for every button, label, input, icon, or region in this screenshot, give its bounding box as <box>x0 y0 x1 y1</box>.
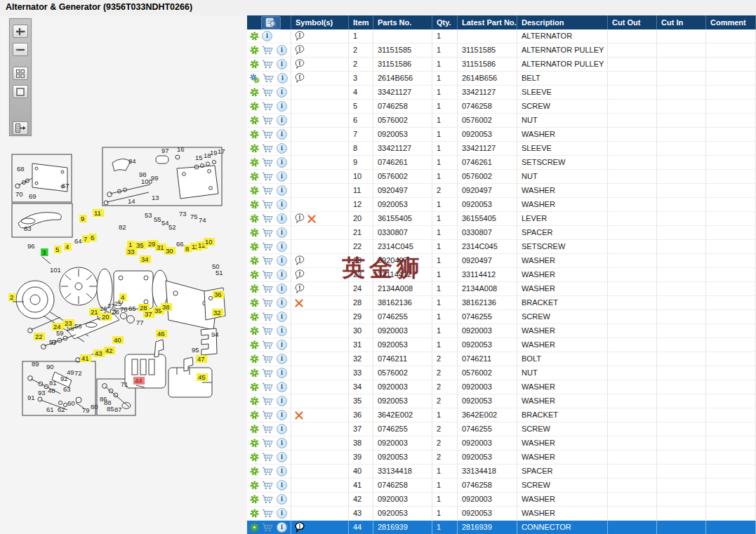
gear-icon[interactable] <box>250 88 259 97</box>
info-icon[interactable]: i <box>277 199 287 210</box>
table-row[interactable]: i12092005310920053WASHER <box>247 198 756 212</box>
gear-icon[interactable] <box>250 32 259 41</box>
table-row[interactable]: i6057600210576002NUT <box>247 114 756 128</box>
info-icon[interactable]: i <box>277 438 287 448</box>
column-header-cut-out[interactable]: Cut Out <box>608 15 657 29</box>
info-icon[interactable]: i <box>277 45 287 55</box>
column-header-item[interactable]: Item <box>349 15 373 29</box>
diagram-label[interactable]: 43 <box>93 349 105 357</box>
gear-icon[interactable] <box>250 312 259 321</box>
column-header-icon[interactable] <box>247 15 291 29</box>
cart-icon[interactable] <box>262 340 274 349</box>
table-row[interactable]: i11092049720920497WASHER <box>247 184 756 198</box>
cart-icon[interactable] <box>262 88 274 97</box>
info-icon[interactable]: i <box>277 396 287 406</box>
cart-icon[interactable] <box>262 116 274 125</box>
cart-icon[interactable] <box>262 284 274 293</box>
cart-icon[interactable] <box>262 453 274 462</box>
gear-icon[interactable] <box>250 382 259 392</box>
gear-icon[interactable] <box>250 298 259 307</box>
diagram-label[interactable]: 10 <box>204 238 215 246</box>
gear-icon[interactable] <box>250 425 259 434</box>
table-row[interactable]: i5074625810746258SCREW <box>247 100 756 114</box>
diagram-label[interactable]: 7 <box>82 235 90 243</box>
info-icon[interactable]: i <box>277 59 287 69</box>
diagram-label[interactable]: 41 <box>80 354 91 362</box>
diagram-label[interactable]: 22 <box>34 333 45 340</box>
diagram-label[interactable]: 47 <box>196 355 207 363</box>
info-icon[interactable]: i <box>277 185 287 196</box>
zoom-in-button[interactable] <box>13 25 28 38</box>
cart-icon[interactable] <box>262 326 274 335</box>
table-row[interactable]: i32074621120746211BOLT <box>247 352 756 366</box>
cart-icon[interactable] <box>262 481 274 490</box>
gear-icon[interactable] <box>250 410 259 420</box>
diagram-label[interactable]: 30 <box>164 247 175 255</box>
gear-icon[interactable] <box>250 396 259 406</box>
diagram-label[interactable]: 9 <box>79 215 87 222</box>
info-icon[interactable]: i <box>277 452 287 462</box>
gear-icon[interactable] <box>250 144 259 153</box>
gear-icon[interactable] <box>250 495 259 504</box>
table-row[interactable]: i!231151585131151585ALTERNATOR PULLEY <box>247 44 756 58</box>
info-icon[interactable]: i <box>277 73 288 84</box>
table-row[interactable]: i!32614B65612614B656BELT <box>247 72 756 86</box>
column-header-parts-no-[interactable]: Parts No. <box>373 15 432 29</box>
cart-icon[interactable] <box>262 396 274 406</box>
diagram-label[interactable]: 4 <box>119 293 127 301</box>
cart-icon[interactable] <box>262 509 274 518</box>
diagram-label[interactable]: 32 <box>212 309 223 316</box>
info-icon[interactable]: i <box>277 382 287 392</box>
table-row[interactable]: i35092005320920053WASHER <box>247 394 756 408</box>
cart-icon[interactable] <box>262 368 274 378</box>
table-row[interactable]: i!2036155405136155405LEVER <box>247 212 756 226</box>
cart-icon[interactable] <box>262 60 274 69</box>
diagram-label[interactable]: 36 <box>213 291 224 298</box>
diagram-label[interactable]: 23 <box>63 319 74 327</box>
cart-icon[interactable] <box>262 439 274 448</box>
gear-icon[interactable] <box>250 467 259 476</box>
info-icon[interactable]: i <box>277 115 287 126</box>
cart-icon[interactable] <box>262 158 274 167</box>
cart-icon[interactable] <box>262 214 274 223</box>
info-icon[interactable]: i <box>277 255 287 266</box>
table-row[interactable]: i31092005310920053WASHER <box>247 338 756 352</box>
info-icon[interactable]: i <box>277 326 287 336</box>
cart-icon[interactable] <box>262 467 274 476</box>
info-icon[interactable]: i <box>277 466 287 476</box>
column-header-qty-[interactable]: Qty. <box>432 15 458 29</box>
gear-icon[interactable] <box>250 453 259 462</box>
cart-icon[interactable] <box>262 130 274 139</box>
tile-view-button[interactable] <box>13 67 28 80</box>
table-row[interactable]: i!11ALTERNATOR <box>247 29 756 44</box>
info-icon[interactable]: i <box>277 283 287 294</box>
cart-icon[interactable] <box>262 46 274 55</box>
gear-icon[interactable] <box>250 200 259 209</box>
info-icon[interactable]: i <box>277 269 287 280</box>
info-icon[interactable]: i <box>277 424 287 434</box>
table-row[interactable]: i33057600220576002NUT <box>247 366 756 380</box>
diagram-label[interactable]: 40 <box>112 336 124 344</box>
table-row[interactable]: i43092005310920053WASHER <box>247 507 756 521</box>
gear-icon[interactable] <box>250 326 259 335</box>
gear-icon[interactable] <box>250 172 259 181</box>
info-icon[interactable]: i <box>277 157 287 168</box>
table-row[interactable]: i4033134418133134418SPACER <box>247 465 756 479</box>
dual-gear-icon[interactable] <box>250 74 260 84</box>
diagram-label[interactable]: 33 <box>126 248 137 255</box>
diagram-label[interactable]: 45 <box>197 373 208 381</box>
info-icon[interactable]: i <box>262 31 272 41</box>
table-row[interactable]: i42092000310920003WASHER <box>247 493 756 507</box>
table-row[interactable]: i833421127133421127SLEEVE <box>247 142 756 156</box>
gear-icon[interactable] <box>250 116 259 125</box>
gear-icon[interactable] <box>250 481 259 490</box>
info-icon[interactable]: i <box>277 480 287 490</box>
table-row[interactable]: i10057600210576002NUT <box>247 170 756 184</box>
cart-icon[interactable] <box>262 256 274 265</box>
column-header-cut-in[interactable]: Cut In <box>657 15 706 29</box>
search-document-icon[interactable] <box>261 16 281 29</box>
diagram-label[interactable]: 38 <box>161 303 172 311</box>
gear-icon[interactable] <box>250 439 259 448</box>
cart-icon[interactable] <box>262 102 274 111</box>
table-row[interactable]: i34092000320920003WASHER <box>247 380 756 394</box>
